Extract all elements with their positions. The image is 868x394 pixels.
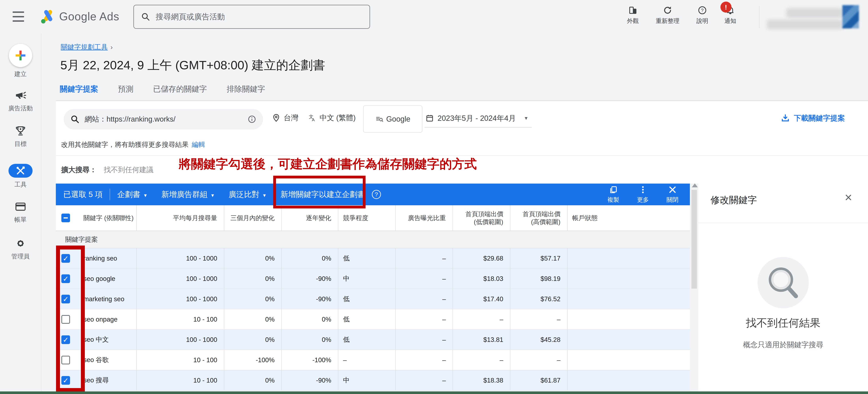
broaden-label: 擴大搜尋： xyxy=(61,165,97,174)
chevron-down-icon: ▼ xyxy=(210,193,215,198)
website-filter[interactable]: 網站：https://ranking.works/ xyxy=(64,109,263,129)
panel-divider xyxy=(699,223,868,223)
megaphone-icon xyxy=(14,89,27,101)
credit-card-icon xyxy=(14,201,27,213)
breadcrumb-chevron: › xyxy=(111,43,113,51)
row-checkbox[interactable] xyxy=(61,376,70,385)
col-avg-searches[interactable]: 平均每月搜尋量 xyxy=(136,205,224,231)
help-icon: ? xyxy=(698,5,707,15)
add-keywords-to-plan-button[interactable]: 新增關鍵字以建立企劃書 xyxy=(281,189,365,200)
search-network-icon xyxy=(375,115,383,123)
table-row: seo 中文 100 - 1000 0% 0% 低 – $13.81 $45.2… xyxy=(56,330,690,350)
language-filter[interactable]: 文A 中文 (繁體) xyxy=(307,113,356,123)
website-value: 網站：https://ranking.works/ xyxy=(85,114,248,124)
create-plus-icon xyxy=(9,44,32,67)
gear-icon xyxy=(14,237,27,249)
sidebar-item-campaigns[interactable]: 廣告活動 xyxy=(0,89,41,113)
svg-text:A: A xyxy=(312,117,315,122)
refresh-icon xyxy=(663,5,672,15)
row-checkbox[interactable] xyxy=(61,254,70,263)
panel-close-icon[interactable]: × xyxy=(845,191,852,204)
plan-dropdown[interactable]: 企劃書▼ xyxy=(117,189,148,200)
annotation-text: 將關鍵字勾選後，可建立企劃書作為儲存關鍵字的方式 xyxy=(179,156,477,173)
chevron-down-icon: ▼ xyxy=(262,193,267,198)
empty-state-illustration xyxy=(757,257,809,308)
table-row: marketing seo 100 - 1000 0% -90% 低 – $17… xyxy=(56,289,690,309)
table-section-label: 關鍵字提案 xyxy=(56,231,690,248)
toolbar-separator xyxy=(110,189,110,200)
table-body: ranking seo 100 - 1000 0% 0% 低 – $29.68 … xyxy=(56,248,690,391)
search-placeholder: 搜尋網頁或廣告活動 xyxy=(156,11,225,22)
window-bottom-edge xyxy=(0,391,868,394)
col-impression-share[interactable]: 廣告曝光比重 xyxy=(395,205,453,231)
col-account-status[interactable]: 帳戶狀態 xyxy=(567,205,690,231)
appearance-button[interactable]: 外觀 xyxy=(617,5,649,25)
table-row: seo 谷歌 10 - 100 -100% -100% – – – – xyxy=(56,350,690,370)
google-ads-logo-icon xyxy=(39,7,57,26)
row-checkbox[interactable] xyxy=(61,295,70,303)
scrollbar-up-arrow[interactable] xyxy=(692,180,698,187)
appearance-icon xyxy=(628,5,638,15)
account-email-redacted xyxy=(767,20,843,29)
top-app-bar: Google Ads 搜尋網頁或廣告活動 外觀 重新整理 ? 說明 ! 通知 xyxy=(0,0,868,34)
notification-badge: ! xyxy=(720,2,732,12)
col-top-bid-high[interactable]: 首頁頂端出價(高價範圍) xyxy=(510,205,567,231)
col-yoy-change[interactable]: 逐年變化 xyxy=(281,205,338,231)
hint-line: 改用其他關鍵字，將有助獲得更多搜尋結果編輯 xyxy=(61,140,205,149)
empty-state-title: 找不到任何結果 xyxy=(699,316,868,330)
edit-link[interactable]: 編輯 xyxy=(192,141,205,148)
help-button[interactable]: ? 說明 xyxy=(686,5,718,25)
copy-icon xyxy=(609,185,618,194)
sidebar-item-create[interactable]: 建立 xyxy=(0,44,41,78)
copy-button[interactable]: 複製 xyxy=(601,185,626,204)
broaden-search-row: 擴大搜尋： 找不到任何建議 xyxy=(61,165,153,175)
calendar-icon xyxy=(425,114,434,123)
refresh-button[interactable]: 重新整理 xyxy=(652,5,683,25)
download-keyword-ideas-button[interactable]: 下載關鍵字提案 xyxy=(781,113,845,123)
brand-title: Google Ads xyxy=(59,10,119,23)
search-icon xyxy=(70,115,80,124)
col-top-bid-low[interactable]: 首頁頂端出價(低價範圍) xyxy=(453,205,510,231)
notifications-button[interactable]: ! 通知 xyxy=(715,5,746,25)
sidebar-nav: 建立 廣告活動 目標 工具 xyxy=(0,34,41,394)
row-checkbox[interactable] xyxy=(61,315,70,324)
table-row: ranking seo 100 - 1000 0% 0% 低 – $29.68 … xyxy=(56,248,690,269)
select-all-checkbox[interactable] xyxy=(61,214,70,222)
col-keyword[interactable]: 關鍵字 (依關聯性) xyxy=(75,205,136,231)
sidebar-item-goals[interactable]: 目標 xyxy=(0,125,41,148)
global-search-input[interactable]: 搜尋網頁或廣告活動 xyxy=(133,5,370,29)
add-ad-group-dropdown[interactable]: 新增廣告群組▼ xyxy=(161,189,215,200)
close-selection-button[interactable]: 關閉 xyxy=(660,185,685,204)
network-filter[interactable]: Google xyxy=(363,105,422,133)
broad-match-dropdown[interactable]: 廣泛比對▼ xyxy=(229,189,267,200)
menu-icon[interactable] xyxy=(12,11,24,22)
row-checkbox[interactable] xyxy=(61,274,70,283)
breadcrumb-link-keyword-planner[interactable]: 關鍵字規劃工具 xyxy=(61,43,108,51)
info-icon[interactable] xyxy=(248,115,256,124)
sidebar-item-billing[interactable]: 帳單 xyxy=(0,201,41,224)
row-checkbox[interactable] xyxy=(61,335,70,344)
selection-toolbar: 已選取 5 項 企劃書▼ 新增廣告群組▼ 廣泛比對▼ 新增關鍵字以建立企劃書 ?… xyxy=(56,184,690,205)
tools-icon xyxy=(8,164,33,178)
date-range-filter[interactable]: 2023年5月 - 2024年4月 ▼ xyxy=(425,111,532,127)
more-button[interactable]: 更多 xyxy=(630,185,655,204)
location-filter[interactable]: 台灣 xyxy=(272,113,298,123)
help-circle-icon[interactable]: ? xyxy=(372,190,381,199)
sidebar-item-tools[interactable]: 工具 xyxy=(0,164,41,189)
search-icon xyxy=(141,12,150,21)
row-checkbox[interactable] xyxy=(61,356,70,364)
account-name-redacted xyxy=(786,8,843,18)
breadcrumb: 關鍵字規劃工具› xyxy=(61,43,113,52)
selected-count: 已選取 5 項 xyxy=(63,189,102,200)
col-3m-change[interactable]: 三個月內的變化 xyxy=(224,205,281,231)
svg-text:?: ? xyxy=(701,8,704,13)
scrollbar-thumb[interactable] xyxy=(691,190,697,289)
magnifier-icon xyxy=(765,264,802,301)
close-icon xyxy=(668,185,677,194)
topbar-divider xyxy=(759,6,760,28)
table-header: 關鍵字 (依關聯性) 平均每月搜尋量 三個月內的變化 逐年變化 競爭程度 廣告曝… xyxy=(56,205,690,231)
col-competition[interactable]: 競爭程度 xyxy=(338,205,395,231)
sidebar-item-admin[interactable]: 管理員 xyxy=(0,237,41,261)
avatar[interactable] xyxy=(842,5,859,28)
page-title: 5月 22, 2024, 9 上午 (GMT+08:00) 建立的企劃書 xyxy=(60,57,325,73)
